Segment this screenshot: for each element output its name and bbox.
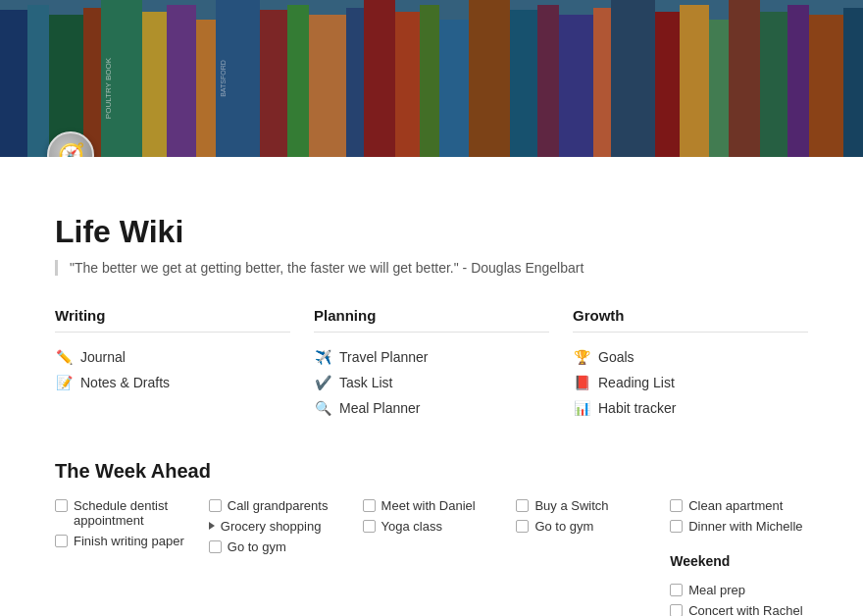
task-meet-daniel-label: Meet with Daniel: [381, 498, 476, 513]
checkbox-clean-apartment[interactable]: [670, 499, 683, 512]
triangle-grocery: [209, 522, 215, 530]
task-clean-apartment[interactable]: Clean apartment: [670, 498, 808, 513]
checkbox-meal-prep[interactable]: [670, 584, 683, 596]
task-concert-rachel-label: Concert with Rachel: [688, 603, 802, 616]
goals-item[interactable]: 🏆 Goals: [573, 344, 808, 370]
reading-list-label: Reading List: [598, 375, 675, 390]
compass-icon: 🧭: [58, 142, 84, 157]
checkbox-meet-daniel[interactable]: [363, 499, 376, 512]
task-grocery-shopping[interactable]: Grocery shopping: [209, 519, 347, 534]
task-column-5: Clean apartment Dinner with Michelle Wee…: [670, 498, 808, 616]
tasks-grid: Schedule dentist appointment Finish writ…: [55, 498, 808, 616]
notes-drafts-label: Notes & Drafts: [80, 375, 170, 390]
task-go-to-gym-4[interactable]: Go to gym: [516, 519, 654, 534]
checkbox-yoga-class[interactable]: [363, 520, 376, 533]
checkbox-go-to-gym-2[interactable]: [209, 540, 222, 553]
page-quote: "The better we get at getting better, th…: [55, 260, 808, 276]
journal-label: Journal: [80, 349, 126, 365]
task-meet-daniel[interactable]: Meet with Daniel: [363, 498, 501, 513]
task-go-to-gym-2[interactable]: Go to gym: [209, 539, 347, 554]
growth-items: 🏆 Goals 📕 Reading List 📊 Habit tracker: [573, 344, 808, 421]
task-schedule-dentist[interactable]: Schedule dentist appointment: [55, 498, 193, 528]
growth-section-header: Growth: [573, 307, 808, 333]
habit-tracker-label: Habit tracker: [598, 400, 676, 416]
meal-icon: 🔍: [314, 399, 331, 417]
task-go-to-gym-2-label: Go to gym: [228, 539, 286, 554]
writing-section: Writing ✏️ Journal 📝 Notes & Drafts: [55, 307, 290, 421]
travel-planner-label: Travel Planner: [339, 349, 429, 365]
task-buy-switch-label: Buy a Switch: [534, 498, 608, 513]
habit-tracker-item[interactable]: 📊 Habit tracker: [573, 395, 808, 421]
journal-item[interactable]: ✏️ Journal: [55, 344, 290, 370]
weekend-title: Weekend: [670, 553, 808, 569]
task-call-grandparents[interactable]: Call grandparents: [209, 498, 347, 513]
sections-grid: Writing ✏️ Journal 📝 Notes & Drafts Plan…: [55, 307, 808, 421]
task-meal-prep[interactable]: Meal prep: [670, 583, 808, 597]
task-column-2: Call grandparents Grocery shopping Go to…: [209, 498, 347, 616]
journal-icon: ✏️: [55, 348, 73, 366]
checkbox-dinner-michelle[interactable]: [670, 520, 683, 533]
task-yoga-class-label: Yoga class: [381, 519, 442, 534]
task-list-item[interactable]: ✔️ Task List: [314, 370, 549, 395]
week-ahead-section: The Week Ahead Schedule dentist appointm…: [55, 460, 808, 616]
checkbox-finish-writing[interactable]: [55, 535, 68, 547]
reading-list-item[interactable]: 📕 Reading List: [573, 370, 808, 395]
meal-planner-label: Meal Planner: [339, 400, 421, 416]
task-finish-writing-label: Finish writing paper: [74, 534, 184, 548]
task-buy-switch[interactable]: Buy a Switch: [516, 498, 654, 513]
task-dinner-michelle[interactable]: Dinner with Michelle: [670, 519, 808, 534]
travel-icon: ✈️: [314, 348, 331, 366]
task-list-label: Task List: [339, 375, 392, 390]
svg-rect-34: [0, 0, 863, 157]
goals-icon: 🏆: [573, 348, 590, 366]
checkbox-schedule-dentist[interactable]: [55, 499, 68, 512]
page-content: Life Wiki "The better we get at getting …: [0, 157, 863, 616]
page-title: Life Wiki: [55, 214, 808, 250]
planning-items: ✈️ Travel Planner ✔️ Task List 🔍 Meal Pl…: [314, 344, 549, 421]
week-ahead-title: The Week Ahead: [55, 460, 808, 483]
checkbox-concert-rachel[interactable]: [670, 604, 683, 616]
travel-planner-item[interactable]: ✈️ Travel Planner: [314, 344, 549, 370]
habit-icon: 📊: [573, 399, 590, 417]
checkbox-go-to-gym-4[interactable]: [516, 520, 529, 533]
meal-planner-item[interactable]: 🔍 Meal Planner: [314, 395, 549, 421]
growth-section: Growth 🏆 Goals 📕 Reading List 📊 Habit tr…: [573, 307, 808, 421]
checkbox-buy-switch[interactable]: [516, 499, 529, 512]
task-grocery-label: Grocery shopping: [221, 519, 322, 534]
task-go-to-gym-4-label: Go to gym: [534, 519, 593, 534]
task-call-grandparents-label: Call grandparents: [228, 498, 329, 513]
reading-icon: 📕: [573, 374, 590, 391]
task-finish-writing[interactable]: Finish writing paper: [55, 534, 193, 548]
planning-section: Planning ✈️ Travel Planner ✔️ Task List …: [314, 307, 549, 421]
task-meal-prep-label: Meal prep: [688, 583, 745, 597]
task-clean-apartment-label: Clean apartment: [688, 498, 783, 513]
notes-icon: 📝: [55, 374, 73, 391]
task-yoga-class[interactable]: Yoga class: [363, 519, 501, 534]
task-column-3: Meet with Daniel Yoga class: [363, 498, 501, 616]
notes-drafts-item[interactable]: 📝 Notes & Drafts: [55, 370, 290, 395]
task-concert-rachel[interactable]: Concert with Rachel: [670, 603, 808, 616]
writing-section-header: Writing: [55, 307, 290, 333]
checkbox-call-grandparents[interactable]: [209, 499, 222, 512]
writing-items: ✏️ Journal 📝 Notes & Drafts: [55, 344, 290, 395]
goals-label: Goals: [598, 349, 635, 365]
task-column-4: Buy a Switch Go to gym: [516, 498, 654, 616]
task-dinner-michelle-label: Dinner with Michelle: [688, 519, 802, 534]
task-schedule-dentist-label: Schedule dentist appointment: [74, 498, 193, 528]
task-column-1: Schedule dentist appointment Finish writ…: [55, 498, 193, 616]
task-icon: ✔️: [314, 374, 331, 391]
planning-section-header: Planning: [314, 307, 549, 333]
hero-banner: POULTRY BOOK BATSFORD 🧭: [0, 0, 863, 157]
